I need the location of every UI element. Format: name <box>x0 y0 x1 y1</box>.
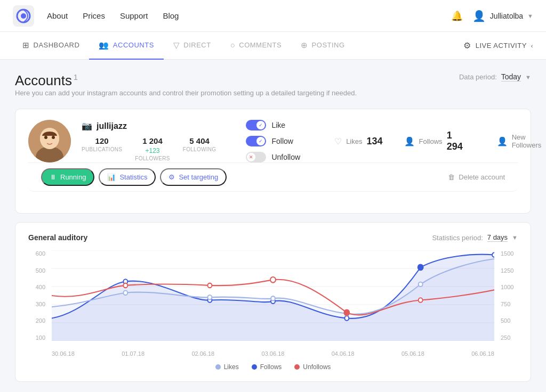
tab-accounts[interactable]: 👥 ACCOUNTS <box>89 32 163 60</box>
tab-dashboard[interactable]: ⊞ DASHBOARD <box>13 32 89 60</box>
account-username-row: 📷 jullijazz <box>82 121 216 131</box>
pause-icon: ⏸ <box>50 173 57 181</box>
username-label: Julliatolba <box>490 12 523 20</box>
svg-point-25 <box>419 282 423 287</box>
svg-point-29 <box>344 310 349 316</box>
new-followers-metric: 👤 New Followers 123 <box>497 133 546 149</box>
new-followers-label: New Followers <box>512 133 542 149</box>
targeting-button[interactable]: ⚙ Set targeting <box>160 168 227 186</box>
action-bar: ⏸ Running 📊 Statistics ⚙ Set targeting 🗑… <box>28 162 518 192</box>
logo[interactable] <box>13 5 34 27</box>
y-axis-right: 1500 1250 1000 750 500 250 <box>496 250 518 341</box>
following-value: 5 404 <box>183 136 216 145</box>
chart-card: General auditory Statistics period: 7 da… <box>15 222 531 382</box>
like-toggle[interactable]: ✓ <box>246 120 266 130</box>
dashboard-icon: ⊞ <box>22 40 30 50</box>
followers-label: FOLLOWERS <box>135 156 170 161</box>
metrics-left: ♡ Likes 134 👤 Follows 1 294 <box>326 130 471 152</box>
stats-period-label: Statistics period: <box>432 234 483 242</box>
tab-dashboard-label: DASHBOARD <box>34 41 80 49</box>
account-stats: 120 PUBLICATIONS 1 204 +123 FOLLOWERS 5 … <box>82 136 216 161</box>
page-title-area: Accounts1 Here you can add your instagra… <box>15 72 357 107</box>
chart-title: General auditory <box>28 233 87 242</box>
svg-point-26 <box>123 283 127 288</box>
direct-icon: ▽ <box>173 40 180 50</box>
chart-header: General auditory Statistics period: 7 da… <box>28 233 518 242</box>
tab-comments[interactable]: ○ COMMENTS <box>221 32 291 60</box>
tab-posting-label: POSTING <box>312 41 345 49</box>
likes-dot <box>215 364 221 370</box>
nav-support[interactable]: Support <box>120 11 148 20</box>
follows-value: 1 294 <box>447 130 463 152</box>
publications-value: 120 <box>82 136 122 145</box>
svg-point-18 <box>344 316 349 321</box>
bell-icon[interactable]: 🔔 <box>451 10 463 22</box>
svg-point-30 <box>419 298 423 303</box>
tab-posting[interactable]: ⊕ POSTING <box>291 32 355 60</box>
following-label: FOLLOWING <box>183 146 216 152</box>
unfollow-toggle-row: ✕ Unfollow <box>246 152 300 162</box>
new-followers-icon: 👤 <box>497 136 508 146</box>
tab-direct[interactable]: ▽ DIRECT <box>164 32 221 60</box>
page-title: Accounts1 <box>15 72 357 89</box>
delete-label: Delete account <box>459 173 505 181</box>
account-top: 📷 jullijazz 120 PUBLICATIONS 1 204 +123 … <box>28 120 518 162</box>
followers-value: 1 204 +123 <box>135 136 170 154</box>
legend-unfollows: Unfollows <box>294 363 331 371</box>
svg-point-8 <box>52 136 55 139</box>
running-label: Running <box>60 173 86 181</box>
nav-prices[interactable]: Prices <box>83 11 105 20</box>
data-period-selector[interactable]: Data period: Today ▼ <box>459 72 531 81</box>
accounts-icon: 👥 <box>99 40 109 50</box>
instagram-icon: 📷 <box>82 121 92 131</box>
data-period-value[interactable]: Today <box>501 72 521 81</box>
svg-point-2 <box>21 13 26 19</box>
data-period-label: Data period: <box>459 73 497 81</box>
chart-svg <box>52 250 494 341</box>
sub-nav-items: ⊞ DASHBOARD 👥 ACCOUNTS ▽ DIRECT ○ COMMEN… <box>13 32 463 60</box>
account-info: 📷 jullijazz 120 PUBLICATIONS 1 204 +123 … <box>82 121 216 161</box>
follow-metric-icon: 👤 <box>404 136 415 146</box>
trash-icon: 🗑 <box>448 173 455 181</box>
gear-icon: ⚙ <box>463 40 471 51</box>
comments-icon: ○ <box>230 40 236 50</box>
chart-legend: Likes Follows Unfollows <box>28 363 518 371</box>
metrics-right: 👤 New Followers 123 👤 Unfollows 951 <box>488 133 546 149</box>
like-toggle-row: ✓ Like <box>246 120 300 130</box>
following-stat: 5 404 FOLLOWING <box>183 136 216 161</box>
user-avatar-icon: 👤 <box>472 10 486 22</box>
live-activity-label: LIVE ACTIVITY <box>476 42 527 50</box>
toggles-section: ✓ Like ✓ Follow ✕ Unfollow <box>237 120 309 162</box>
follow-toggle-knob: ✓ <box>256 137 265 145</box>
follow-label: Follow <box>271 137 293 145</box>
legend-likes: Likes <box>215 363 239 371</box>
follow-toggle[interactable]: ✓ <box>246 136 266 146</box>
x-axis-labels: 30.06.18 01.07.18 02.06.18 03.06.18 04.0… <box>52 350 494 357</box>
statistics-button[interactable]: 📊 Statistics <box>99 168 156 186</box>
stats-period-selector[interactable]: Statistics period: 7 days ▼ <box>432 233 518 242</box>
page-subtitle: Here you can add your instagram accounts… <box>15 89 357 97</box>
svg-point-7 <box>44 136 47 139</box>
svg-point-22 <box>207 295 212 300</box>
unfollows-legend-label: Unfollows <box>303 363 331 371</box>
tab-direct-label: DIRECT <box>183 41 211 49</box>
delete-account-button[interactable]: 🗑 Delete account <box>448 173 505 181</box>
nav-about[interactable]: About <box>47 11 68 20</box>
running-button[interactable]: ⏸ Running <box>41 168 94 186</box>
account-avatar <box>28 120 71 162</box>
unfollow-label: Unfollow <box>271 153 300 161</box>
likes-metric-label: Likes <box>346 137 362 145</box>
live-activity-button[interactable]: ⚙ LIVE ACTIVITY ‹ <box>463 40 533 51</box>
user-menu[interactable]: 👤 Julliatolba ▼ <box>472 10 533 22</box>
sub-nav: ⊞ DASHBOARD 👥 ACCOUNTS ▽ DIRECT ○ COMMEN… <box>0 32 546 60</box>
likes-legend-label: Likes <box>224 363 239 371</box>
follows-dot <box>252 364 257 370</box>
likes-value: 134 <box>367 136 383 147</box>
nav-blog[interactable]: Blog <box>163 11 179 20</box>
unfollow-toggle[interactable]: ✕ <box>246 152 266 162</box>
svg-point-21 <box>123 290 127 295</box>
nav-right: 🔔 👤 Julliatolba ▼ <box>451 10 533 22</box>
stats-period-value[interactable]: 7 days <box>487 233 508 242</box>
chevron-icon: ‹ <box>531 43 533 49</box>
unfollow-toggle-knob: ✕ <box>247 153 255 161</box>
